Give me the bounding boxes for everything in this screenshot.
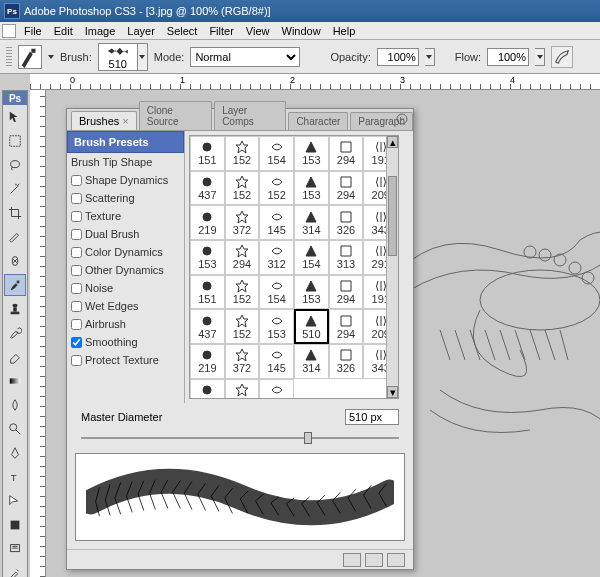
blur-tool-icon[interactable] (4, 394, 26, 416)
checkbox[interactable] (71, 229, 82, 240)
brush-thumb[interactable]: 152 (259, 171, 294, 206)
brush-thumb[interactable]: 152 (225, 275, 260, 310)
preset-airbrush[interactable]: Airbrush (67, 315, 184, 333)
path-tool-icon[interactable] (4, 490, 26, 512)
preset-scattering[interactable]: Scattering (67, 189, 184, 207)
menu-file[interactable]: File (18, 23, 48, 39)
flow-dropdown-icon[interactable] (535, 48, 545, 66)
brush-thumb[interactable]: 314 (294, 344, 329, 379)
brush-thumb[interactable]: 153 (294, 171, 329, 206)
brush-thumb[interactable]: 314 (294, 205, 329, 240)
checkbox[interactable] (71, 247, 82, 258)
brush-thumb[interactable]: 145 (259, 205, 294, 240)
tab-brushes[interactable]: Brushes× (71, 111, 137, 130)
brush-thumb[interactable]: 437 (190, 309, 225, 344)
dodge-tool-icon[interactable] (4, 418, 26, 440)
brush-thumb[interactable]: 153 (190, 379, 225, 398)
tab-clone-source[interactable]: Clone Source (139, 101, 212, 130)
brush-thumb[interactable]: 145 (259, 344, 294, 379)
menu-layer[interactable]: Layer (121, 23, 161, 39)
healing-tool-icon[interactable] (4, 250, 26, 272)
opacity-input[interactable]: 100% (377, 48, 419, 66)
brush-tip-shape[interactable]: Brush Tip Shape (67, 153, 184, 171)
marquee-tool-icon[interactable] (4, 130, 26, 152)
tool-preset-picker[interactable] (18, 45, 42, 69)
ruler-horizontal[interactable]: 0 1 2 3 4 (30, 74, 600, 90)
preset-texture[interactable]: Texture (67, 207, 184, 225)
brush-picker-dropdown-icon[interactable] (138, 43, 148, 71)
brush-thumb[interactable]: 154 (259, 275, 294, 310)
eyedropper-tool-icon[interactable] (4, 562, 26, 577)
brush-thumb[interactable]: 153 (190, 240, 225, 275)
brush-thumb[interactable]: 326 (329, 344, 364, 379)
pen-tool-icon[interactable] (4, 442, 26, 464)
wand-tool-icon[interactable] (4, 178, 26, 200)
brush-tool-icon[interactable] (4, 274, 26, 296)
tab-layer-comps[interactable]: Layer Comps (214, 101, 286, 130)
preset-smoothing[interactable]: Smoothing (67, 333, 184, 351)
preset-dual-brush[interactable]: Dual Brush (67, 225, 184, 243)
checkbox[interactable] (71, 319, 82, 330)
preset-protect-texture[interactable]: Protect Texture (67, 351, 184, 369)
brush-thumb[interactable]: 154 (294, 240, 329, 275)
toolbox-header[interactable]: Ps (3, 91, 27, 105)
brush-thumb[interactable]: 312 (259, 240, 294, 275)
brush-thumb[interactable]: 152 (225, 136, 260, 171)
checkbox[interactable] (71, 337, 82, 348)
brush-thumb[interactable]: 153 (294, 136, 329, 171)
brush-thumb[interactable]: 294 (329, 275, 364, 310)
brush-thumb[interactable]: 372 (225, 205, 260, 240)
type-tool-icon[interactable]: T (4, 466, 26, 488)
brush-thumb[interactable]: 294 (225, 240, 260, 275)
menu-window[interactable]: Window (276, 23, 327, 39)
brush-thumb[interactable]: 437 (190, 171, 225, 206)
system-menu-icon[interactable] (2, 24, 16, 38)
brush-thumb[interactable]: 312 (259, 379, 294, 398)
brush-thumb[interactable]: 294 (329, 136, 364, 171)
checkbox[interactable] (71, 175, 82, 186)
menu-view[interactable]: View (240, 23, 276, 39)
brush-thumb[interactable]: 510 (294, 309, 329, 344)
move-tool-icon[interactable] (4, 106, 26, 128)
brush-thumb[interactable]: 219 (190, 205, 225, 240)
mode-select[interactable]: Normal (190, 47, 300, 67)
brush-thumb[interactable]: 219 (190, 344, 225, 379)
brush-thumb[interactable]: 313 (329, 240, 364, 275)
flow-input[interactable]: 100% (487, 48, 529, 66)
brush-picker[interactable]: 510 (98, 43, 138, 71)
slider-knob[interactable] (304, 432, 312, 444)
trash-icon[interactable] (387, 553, 405, 567)
panel-menu-icon[interactable] (395, 112, 409, 126)
crop-tool-icon[interactable] (4, 202, 26, 224)
shape-tool-icon[interactable] (4, 514, 26, 536)
notes-tool-icon[interactable] (4, 538, 26, 560)
preset-noise[interactable]: Noise (67, 279, 184, 297)
brush-thumb[interactable]: 154 (259, 136, 294, 171)
brush-thumb[interactable]: 326 (329, 205, 364, 240)
thumb-grid[interactable]: 1511521541532941914371521521532942092193… (190, 136, 398, 398)
brush-thumb[interactable]: 152 (225, 171, 260, 206)
menu-help[interactable]: Help (327, 23, 362, 39)
brush-thumb[interactable]: 153 (294, 275, 329, 310)
close-icon[interactable]: × (122, 115, 128, 127)
brush-thumb[interactable]: 294 (329, 171, 364, 206)
scroll-up-icon[interactable]: ▴ (387, 136, 398, 148)
preset-shape-dynamics[interactable]: Shape Dynamics (67, 171, 184, 189)
tool-preset-dropdown-icon[interactable] (48, 55, 54, 59)
options-grip[interactable] (6, 47, 12, 67)
brush-thumb[interactable]: 151 (190, 275, 225, 310)
master-diameter-input[interactable]: 510 px (345, 409, 399, 425)
scrollbar-thumb[interactable] (388, 176, 397, 256)
brush-thumb[interactable]: 151 (190, 136, 225, 171)
menu-filter[interactable]: Filter (203, 23, 239, 39)
menu-select[interactable]: Select (161, 23, 204, 39)
brush-thumb[interactable]: 294 (329, 309, 364, 344)
lasso-tool-icon[interactable] (4, 154, 26, 176)
checkbox[interactable] (71, 301, 82, 312)
brush-presets-header[interactable]: Brush Presets (67, 131, 184, 153)
eraser-tool-icon[interactable] (4, 346, 26, 368)
diameter-slider[interactable] (81, 431, 399, 445)
checkbox[interactable] (71, 193, 82, 204)
ruler-vertical[interactable] (30, 90, 46, 577)
checkbox[interactable] (71, 211, 82, 222)
